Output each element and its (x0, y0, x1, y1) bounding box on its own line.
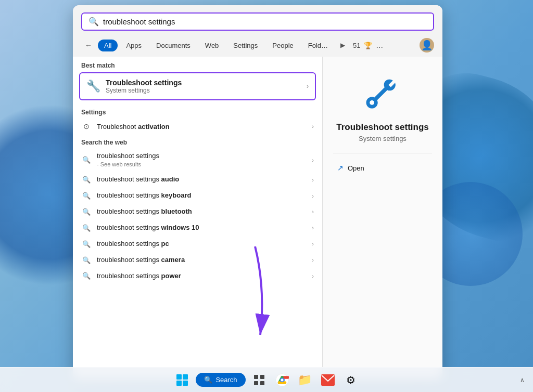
web-chevron-6: › (312, 257, 314, 263)
web-result-text-3: troubleshoot settings bluetooth (97, 207, 307, 216)
tab-folders[interactable]: Fold… (302, 40, 334, 51)
search-bar[interactable]: 🔍 troubleshoot settings (81, 12, 434, 31)
settings-gear-icon[interactable]: ⚙ (341, 371, 360, 389)
web-result-bold-2: keyboard (161, 191, 192, 199)
taskbar-right-area: ∧ (520, 376, 525, 384)
tab-people[interactable]: People (266, 40, 299, 51)
web-search-icon-7: 🔍 (81, 272, 92, 280)
web-result-3[interactable]: 🔍 troubleshoot settings bluetooth › (73, 204, 322, 220)
web-chevron-2: › (312, 193, 314, 199)
web-result-bold-4: windows 10 (161, 224, 199, 231)
svg-rect-3 (260, 375, 264, 379)
taskbar-search-button[interactable]: 🔍 Search (196, 373, 245, 387)
web-result-bold-6: camera (161, 256, 185, 264)
tab-documents[interactable]: Documents (150, 40, 197, 51)
svg-point-9 (281, 378, 283, 381)
right-panel-title: Troubleshoot settings (336, 122, 429, 133)
web-chevron-3: › (312, 208, 314, 215)
settings-result-item[interactable]: ⊙ Troubleshoot activation › (73, 118, 322, 135)
tab-apps[interactable]: Apps (120, 40, 148, 51)
web-result-bold-5: pc (161, 240, 169, 247)
win-logo-tr (183, 374, 188, 380)
user-avatar[interactable]: 👤 (420, 38, 434, 53)
more-options-button[interactable]: ... (374, 41, 385, 50)
settings-section-label: Settings (73, 104, 322, 118)
back-button[interactable]: ← (81, 38, 96, 53)
scroll-right-icon[interactable]: ▶ (336, 39, 349, 51)
web-search-icon-4: 🔍 (81, 224, 92, 232)
web-chevron-1: › (312, 177, 314, 183)
taskbar-chevron[interactable]: ∧ (520, 376, 525, 384)
web-result-text-2: troubleshoot settings keyboard (97, 191, 307, 200)
filter-tabs: ← All Apps Documents Web Settings People… (73, 36, 442, 57)
tutorial-arrow (224, 246, 286, 350)
best-match-label: Best match (73, 57, 322, 72)
result-text-bold: activation (136, 123, 169, 130)
web-result-text-0: troubleshoot settings- See web results (97, 152, 307, 168)
web-result-bold-3: bluetooth (161, 207, 192, 215)
web-search-icon-5: 🔍 (81, 240, 92, 248)
windows-logo (176, 374, 188, 386)
tab-all[interactable]: All (98, 40, 118, 51)
start-button[interactable] (173, 371, 192, 389)
best-match-item[interactable]: 🔧 Troubleshoot settings System settings … (79, 72, 316, 100)
taskbar-search-label: Search (215, 376, 237, 384)
svg-point-1 (370, 100, 374, 105)
result-text-plain: Troubleshoot (97, 123, 136, 130)
web-result-text-1: troubleshoot settings audio (97, 175, 307, 184)
web-result-bold-1: audio (161, 175, 180, 183)
best-match-text: Troubleshoot settings System settings (106, 79, 182, 94)
taskbar: 🔍 Search 📁 ⚙ (0, 367, 533, 392)
tab-settings[interactable]: Settings (227, 40, 264, 51)
web-search-icon-2: 🔍 (81, 192, 92, 200)
right-panel-icon (362, 72, 403, 114)
tab-web[interactable]: Web (199, 40, 225, 51)
win-logo-bl (176, 381, 182, 386)
search-icon: 🔍 (88, 17, 99, 27)
taskbar-search-icon: 🔍 (204, 376, 212, 384)
svg-rect-10 (321, 374, 335, 386)
win-logo-tl (176, 374, 182, 380)
best-match-subtitle: System settings (106, 87, 182, 94)
open-button[interactable]: ↗ Open (333, 162, 369, 174)
web-search-icon-1: 🔍 (81, 176, 92, 184)
web-chevron-7: › (312, 273, 314, 279)
web-chevron-0: › (312, 157, 314, 163)
mail-icon[interactable] (319, 371, 337, 389)
web-result-0[interactable]: 🔍 troubleshoot settings- See web results… (73, 148, 322, 172)
search-bar-wrapper: 🔍 troubleshoot settings (73, 5, 442, 36)
chrome-icon[interactable] (273, 371, 291, 389)
best-match-icon: 🔧 (86, 80, 100, 93)
web-search-icon-6: 🔍 (81, 256, 92, 264)
svg-rect-2 (254, 375, 258, 379)
search-input[interactable]: troubleshoot settings (103, 17, 427, 26)
web-chevron-4: › (312, 225, 314, 231)
settings-result-text: Troubleshoot activation (97, 123, 307, 130)
task-view-button[interactable] (250, 371, 269, 389)
rank-icon: 🏆 (364, 42, 372, 49)
results-count: 51 (353, 42, 360, 49)
svg-rect-4 (254, 381, 258, 385)
best-match-title: Troubleshoot settings (106, 79, 182, 87)
web-result-1[interactable]: 🔍 troubleshoot settings audio › (73, 172, 322, 188)
web-result-2[interactable]: 🔍 troubleshoot settings keyboard › (73, 188, 322, 204)
right-panel-subtitle: System settings (359, 135, 407, 142)
right-panel-divider (333, 153, 432, 153)
web-search-icon-3: 🔍 (81, 208, 92, 216)
web-search-icon-0: 🔍 (81, 156, 92, 164)
web-result-bold-7: power (161, 272, 181, 280)
open-icon: ↗ (337, 164, 344, 172)
result-chevron: › (312, 123, 314, 129)
open-label: Open (348, 164, 364, 172)
web-result-secondary-0: - See web results (97, 161, 307, 168)
right-panel: Troubleshoot settings System settings ↗ … (323, 57, 442, 380)
svg-rect-5 (260, 381, 264, 385)
win-logo-br (183, 381, 188, 386)
web-result-text-4: troubleshoot settings windows 10 (97, 224, 307, 232)
web-result-4[interactable]: 🔍 troubleshoot settings windows 10 › (73, 220, 322, 236)
search-web-label: Search the web (73, 135, 322, 148)
best-match-chevron: › (307, 83, 309, 90)
file-explorer-icon[interactable]: 📁 (296, 371, 314, 389)
circle-icon: ⊙ (81, 122, 92, 130)
web-chevron-5: › (312, 241, 314, 247)
